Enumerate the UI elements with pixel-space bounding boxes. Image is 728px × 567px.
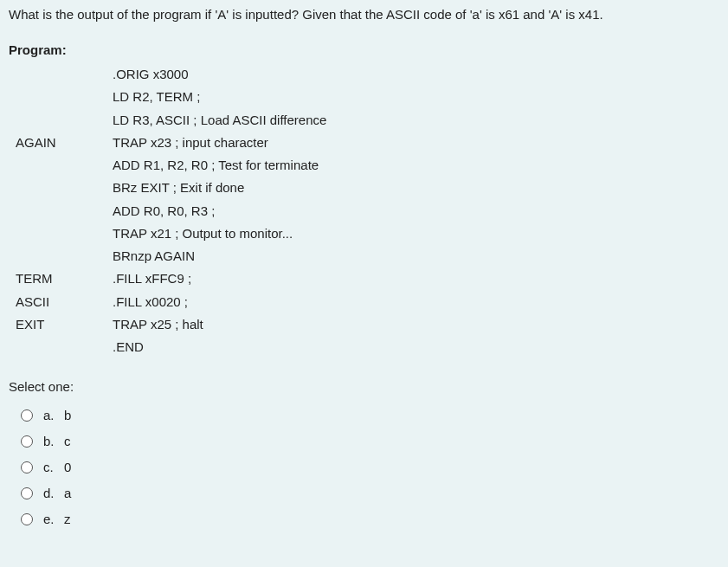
option-letter: b. bbox=[43, 428, 64, 454]
code-row: BRz EXIT ; Exit if done bbox=[9, 177, 719, 199]
code-instr: .FILL xFFC9 ; bbox=[113, 267, 719, 290]
code-row: .ORIG x3000 bbox=[9, 63, 719, 86]
select-one-label: Select one: bbox=[9, 377, 719, 397]
code-row: ADD R1, R2, R0 ; Test for terminate bbox=[9, 154, 719, 177]
code-label bbox=[9, 222, 113, 245]
radio-icon[interactable] bbox=[21, 513, 33, 525]
option-e[interactable]: e. z bbox=[21, 506, 719, 532]
option-b[interactable]: b. c bbox=[21, 428, 719, 454]
code-label: ASCII bbox=[9, 291, 113, 313]
code-label bbox=[9, 336, 113, 358]
code-row: BRnzp AGAIN bbox=[9, 245, 719, 267]
question-text: What is the output of the program if 'A'… bbox=[9, 5, 719, 25]
code-instr: TRAP x23 ; input character bbox=[113, 132, 719, 154]
code-label: AGAIN bbox=[9, 132, 113, 154]
code-instr: ADD R0, R0, R3 ; bbox=[113, 200, 719, 222]
code-label: EXIT bbox=[9, 313, 113, 336]
code-row: TERM .FILL xFFC9 ; bbox=[9, 267, 719, 290]
program-label: Program: bbox=[9, 41, 719, 61]
code-row: LD R2, TERM ; bbox=[9, 86, 719, 108]
code-row: ADD R0, R0, R3 ; bbox=[9, 200, 719, 222]
code-instr: .END bbox=[113, 336, 719, 358]
radio-icon[interactable] bbox=[21, 461, 33, 474]
option-text: 0 bbox=[64, 454, 719, 480]
code-instr: LD R3, ASCII ; Load ASCII difference bbox=[113, 109, 719, 132]
code-row: .END bbox=[9, 336, 719, 358]
code-instr: LD R2, TERM ; bbox=[113, 86, 719, 108]
option-text: c bbox=[64, 428, 719, 454]
code-instr: BRnzp AGAIN bbox=[113, 245, 719, 267]
code-row: LD R3, ASCII ; Load ASCII difference bbox=[9, 109, 719, 132]
options-list: a. b b. c c. 0 d. a e. z bbox=[9, 403, 719, 532]
code-instr: BRz EXIT ; Exit if done bbox=[113, 177, 719, 199]
option-letter: c. bbox=[43, 454, 64, 480]
option-text: a bbox=[64, 480, 719, 506]
radio-icon[interactable] bbox=[21, 435, 33, 448]
code-label bbox=[9, 245, 113, 267]
code-row: AGAIN TRAP x23 ; input character bbox=[9, 132, 719, 154]
code-label bbox=[9, 200, 113, 222]
radio-icon[interactable] bbox=[21, 487, 33, 499]
option-c[interactable]: c. 0 bbox=[21, 454, 719, 480]
option-letter: e. bbox=[43, 506, 64, 532]
option-letter: d. bbox=[43, 480, 64, 506]
option-a[interactable]: a. b bbox=[21, 403, 719, 428]
question-container: What is the output of the program if 'A'… bbox=[0, 0, 728, 550]
code-row: TRAP x21 ; Output to monitor... bbox=[9, 222, 719, 245]
option-text: z bbox=[64, 506, 719, 532]
code-instr: .FILL x0020 ; bbox=[113, 291, 719, 313]
code-instr: TRAP x21 ; Output to monitor... bbox=[113, 222, 719, 245]
option-text: b bbox=[64, 403, 719, 428]
code-label bbox=[9, 154, 113, 177]
code-row: ASCII .FILL x0020 ; bbox=[9, 291, 719, 313]
option-d[interactable]: d. a bbox=[21, 480, 719, 506]
code-label bbox=[9, 109, 113, 132]
code-instr: .ORIG x3000 bbox=[113, 63, 719, 86]
code-block: .ORIG x3000 LD R2, TERM ; LD R3, ASCII ;… bbox=[9, 63, 719, 358]
code-instr: TRAP x25 ; halt bbox=[113, 313, 719, 336]
code-label bbox=[9, 86, 113, 108]
code-label bbox=[9, 177, 113, 199]
code-label bbox=[9, 63, 113, 86]
code-row: EXIT TRAP x25 ; halt bbox=[9, 313, 719, 336]
code-instr: ADD R1, R2, R0 ; Test for terminate bbox=[113, 154, 719, 177]
option-letter: a. bbox=[43, 403, 64, 428]
code-label: TERM bbox=[9, 267, 113, 290]
radio-icon[interactable] bbox=[21, 409, 33, 422]
